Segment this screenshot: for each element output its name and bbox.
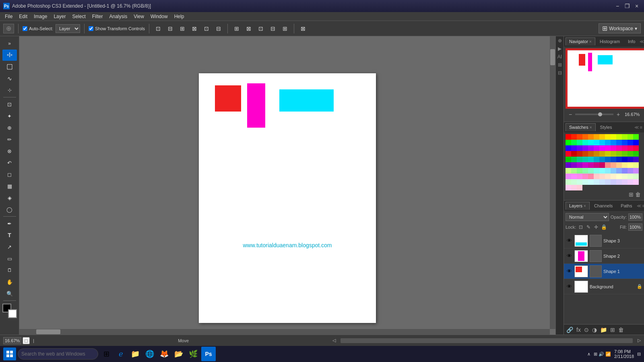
lock-paint-icon[interactable]: ✎ [585,224,592,230]
zoom-tool[interactable]: 🔍 [2,288,17,299]
clone-stamp-tool[interactable]: ⊗ [2,145,17,157]
swatch-color[interactable] [622,179,627,185]
swatch-color[interactable] [605,140,611,145]
blur-tool[interactable]: ◈ [2,192,17,203]
menu-help[interactable]: Help [171,12,188,21]
swatch-color[interactable] [622,168,627,174]
swatch-color[interactable] [588,140,594,145]
v-scrollbar[interactable] [550,36,555,329]
align-bottom-btn[interactable]: ⊞ [178,24,187,33]
close-navigator-tab[interactable]: × [589,39,592,44]
swatch-color[interactable] [622,145,627,151]
image-strip-icon[interactable]: ▶ [558,46,561,52]
swatch-color[interactable] [622,134,627,140]
task-view-btn[interactable]: ⊞ [100,348,113,360]
swatch-color[interactable] [594,168,599,174]
swatch-color[interactable] [577,168,582,174]
menu-window[interactable]: Window [147,12,171,21]
swatch-color[interactable] [605,134,611,140]
swatch-color[interactable] [622,174,627,179]
swatch-color[interactable] [622,151,627,157]
swatch-color[interactable] [588,179,594,185]
swatch-color[interactable] [627,157,633,162]
swatches-delete-btn[interactable]: 🗑 [635,191,641,198]
swatch-color[interactable] [611,174,616,179]
shape-tool[interactable]: ▭ [2,253,17,264]
swatch-color[interactable] [599,174,605,179]
swatch-color[interactable] [599,179,605,185]
history-strip-icon[interactable]: AI [557,54,562,60]
tab-channels[interactable]: Channels [590,202,616,210]
distribute-top-btn[interactable]: ⊞ [232,24,242,33]
swatch-color[interactable] [599,140,605,145]
workspace-btn[interactable]: ⊞ Workspace ▾ [599,23,641,33]
menu-file[interactable]: File [2,12,16,21]
background-color[interactable] [8,309,17,318]
status-scroll-left[interactable]: ◁ [332,338,336,343]
swatch-color[interactable] [599,151,605,157]
swatch-color[interactable] [627,145,633,151]
hand-tool[interactable]: ✋ [2,276,17,288]
swatch-color[interactable] [582,145,588,151]
swatch-color[interactable] [566,140,571,145]
magic-wand-tool[interactable]: ⊹ [2,85,17,96]
distribute-hcenter-btn[interactable]: ⊞ [280,24,290,33]
app-maximize-btn[interactable]: ❐ [623,2,631,10]
info-strip-icon[interactable]: ⊟ [558,70,562,76]
swatch-color[interactable] [627,179,633,185]
distribute-left-btn[interactable]: ⊟ [268,24,278,33]
swatch-color[interactable] [599,145,605,151]
swatch-color[interactable] [611,157,616,162]
swatch-color[interactable] [611,162,616,168]
swatch-color[interactable] [605,145,611,151]
swatch-color[interactable] [633,174,639,179]
align-left-btn[interactable]: ⊠ [190,24,199,33]
swatch-color[interactable] [566,151,571,157]
swatch-color[interactable] [571,145,577,151]
taskbar-notifications[interactable]: ⊟ [637,352,641,357]
tab-info[interactable]: Info [624,37,639,46]
swatch-color[interactable] [577,134,582,140]
swatch-color[interactable] [627,174,633,179]
swatch-color[interactable] [582,174,588,179]
swatch-color[interactable] [582,179,588,185]
layer-item-shape1[interactable]: 👁 Shape 1 [564,264,644,279]
pen-tool[interactable]: ✒ [2,218,17,229]
swatch-color[interactable] [611,179,616,185]
tab-histogram[interactable]: Histogram [596,37,623,46]
swatch-color[interactable] [616,134,622,140]
swatch-color[interactable] [594,145,599,151]
swatch-color[interactable] [571,185,577,190]
app-icon-2[interactable]: 🌿 [187,348,200,360]
menu-view[interactable]: View [130,12,147,21]
swatch-color[interactable] [616,151,622,157]
swatch-color[interactable] [611,151,616,157]
history-brush-tool[interactable]: ↶ [2,157,17,168]
tab-layers[interactable]: Layers × [566,202,590,210]
swatch-color[interactable] [622,162,627,168]
swatch-color[interactable] [599,157,605,162]
close-layers-tab[interactable]: × [584,204,586,208]
browser-icon[interactable]: 🌐 [143,348,156,360]
swatch-color[interactable] [616,145,622,151]
swatch-color[interactable] [627,134,633,140]
swatch-color[interactable] [627,168,633,174]
swatch-color[interactable] [616,174,622,179]
zoom-out-btn[interactable]: − [567,111,574,118]
lock-move-icon[interactable]: ✛ [593,224,599,230]
swatch-color[interactable] [571,151,577,157]
layers-collapse-btn[interactable]: ≪ [637,203,642,209]
layer-group-btn[interactable]: 📁 [600,327,607,333]
opacity-input[interactable] [628,213,642,221]
fill-input[interactable] [628,223,642,231]
layers-mode-select[interactable]: Normal Multiply Screen [566,213,609,221]
swatch-color[interactable] [633,151,639,157]
swatch-color[interactable] [633,179,639,185]
align-top-btn[interactable]: ⊡ [153,24,163,33]
swatch-color[interactable] [633,140,639,145]
eyedropper-tool[interactable]: ✦ [2,110,17,122]
swatch-color[interactable] [571,134,577,140]
swatch-color[interactable] [622,157,627,162]
swatch-color[interactable] [627,162,633,168]
swatch-color[interactable] [577,179,582,185]
